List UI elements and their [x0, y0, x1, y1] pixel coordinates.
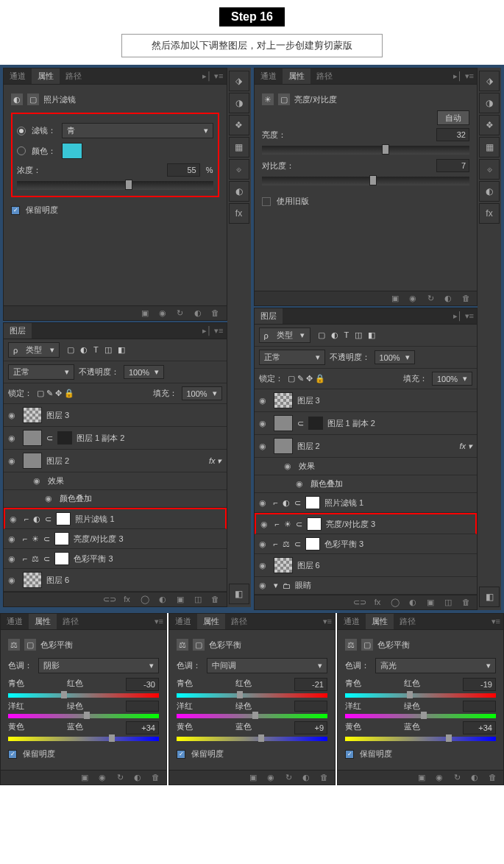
brightness-input[interactable]: 32	[436, 128, 469, 141]
fx-indicator[interactable]: fx ▾	[459, 442, 472, 451]
layer-name[interactable]: 照片滤镜 1	[75, 514, 114, 525]
preserve-checkbox[interactable]: ✓	[11, 206, 20, 215]
red-value[interactable]: -30	[126, 678, 159, 691]
lock-icons[interactable]: ▢ ✎ ✥ 🔒	[288, 374, 325, 383]
red-value[interactable]: -21	[294, 678, 327, 691]
highlighted-layer[interactable]: ◉⌐☀⊂亮度/对比度 3	[255, 513, 478, 534]
clip-icon[interactable]: ▣	[246, 773, 260, 782]
tab-properties[interactable]: 属性	[283, 68, 310, 84]
eye-icon[interactable]: ◉	[96, 773, 109, 782]
mask-icon[interactable]: ◯	[388, 598, 402, 607]
panel-menu-icon[interactable]: ▸│ ▾≡	[199, 326, 226, 336]
adj-icon[interactable]: ◐	[156, 595, 169, 604]
tab-properties[interactable]: 属性	[366, 614, 394, 629]
panel-menu-icon[interactable]: ▸│ ▾≡	[450, 311, 477, 321]
layer-name[interactable]: 图层 6	[297, 560, 320, 571]
trash-icon[interactable]: 🗑	[209, 308, 222, 318]
tab-layers[interactable]: 图层	[4, 323, 32, 339]
trash-icon[interactable]: 🗑	[459, 294, 472, 303]
layer-name[interactable]: 图层 2	[297, 441, 320, 452]
eye-icon[interactable]: ◉	[156, 308, 169, 318]
tone-select[interactable]: 阴影▾	[38, 658, 159, 673]
tone-select[interactable]: 中间调▾	[207, 658, 327, 673]
contrast-input[interactable]: 7	[436, 159, 469, 172]
group-icon[interactable]: ▣	[174, 595, 187, 604]
fx-indicator[interactable]: fx ▾	[209, 456, 222, 466]
blue-value[interactable]: +34	[126, 721, 159, 734]
tab-channel[interactable]: 通道	[255, 68, 283, 84]
eye-icon[interactable]: ◉	[260, 520, 271, 529]
tab-layers[interactable]: 图层	[255, 308, 283, 324]
mask-icon[interactable]: ▢	[27, 93, 39, 105]
tab-channel[interactable]: 通道	[338, 614, 366, 629]
mask-icon[interactable]: ▢	[193, 639, 205, 651]
layer-name[interactable]: 图层 6	[46, 575, 69, 586]
view-icon[interactable]: ◐	[468, 773, 481, 782]
layer-mask[interactable]	[56, 512, 71, 525]
group-arrow[interactable]: ▾	[274, 581, 278, 590]
highlighted-layer[interactable]: ◉⌐◐⊂照片滤镜 1	[4, 508, 227, 529]
new-icon[interactable]: ◫	[441, 598, 455, 607]
tool-icon[interactable]: fx	[229, 203, 249, 224]
tab-path[interactable]: 路径	[394, 614, 422, 629]
group-icon[interactable]: ▣	[424, 598, 437, 607]
eye-icon[interactable]: ◉	[8, 576, 18, 585]
filter-select[interactable]: 青▾	[62, 123, 213, 138]
cr-slider[interactable]	[345, 693, 496, 698]
blue-value[interactable]: +9	[294, 721, 327, 734]
fx-icon[interactable]: fx	[371, 598, 384, 607]
tool-icon[interactable]: ◧	[229, 584, 249, 604]
density-input[interactable]: 55	[167, 163, 200, 177]
layer-name[interactable]: 图层 1 副本 2	[327, 418, 375, 429]
tool-icon[interactable]: ❖	[479, 115, 500, 135]
contrast-slider[interactable]	[262, 177, 470, 185]
eye-icon[interactable]: ◉	[259, 498, 269, 508]
mg-slider[interactable]	[345, 714, 496, 718]
tool-icon[interactable]: ◐	[229, 181, 249, 202]
eye-icon[interactable]: ◉	[8, 433, 18, 443]
layer-mask[interactable]	[54, 532, 69, 545]
layer-mask[interactable]	[307, 517, 322, 531]
preserve-checkbox[interactable]: ✓	[345, 750, 354, 759]
clip-icon[interactable]: ▣	[415, 773, 428, 782]
tool-icon[interactable]: ◐	[479, 181, 500, 202]
view-icon[interactable]: ◐	[191, 308, 205, 318]
view-icon[interactable]: ◐	[299, 773, 313, 782]
filter-icons[interactable]: ▢◐T◫◧	[64, 345, 125, 355]
view-icon[interactable]: ◐	[441, 294, 455, 303]
layer-kind-select[interactable]: ρ 类型▾	[259, 327, 310, 343]
panel-menu-icon[interactable]: ▾≡	[489, 617, 503, 626]
panel-menu-icon[interactable]: ▾≡	[320, 617, 335, 626]
reset-icon[interactable]: ↻	[282, 773, 295, 782]
tab-channel[interactable]: 通道	[169, 614, 197, 629]
eye-icon[interactable]: ◉	[433, 773, 446, 782]
green-value[interactable]	[463, 701, 496, 712]
layer-thumb[interactable]	[23, 407, 42, 423]
yb-slider[interactable]	[345, 737, 496, 741]
eye-icon[interactable]: ◉	[284, 461, 294, 471]
layer-name[interactable]: 图层 1 副本 2	[77, 433, 124, 444]
panel-menu-icon[interactable]: ▸│ ▾≡	[450, 71, 477, 81]
color-swatch[interactable]	[62, 143, 82, 159]
eye-icon[interactable]: ◉	[259, 561, 269, 570]
layer-name[interactable]: 照片滤镜 1	[324, 497, 363, 509]
layer-thumb[interactable]	[274, 392, 293, 408]
eye-icon[interactable]: ◉	[259, 539, 269, 549]
layer-mask[interactable]	[305, 496, 320, 509]
density-slider[interactable]	[17, 181, 213, 190]
tool-icon[interactable]: ▦	[229, 137, 249, 157]
layer-name[interactable]: 亮度/对比度 3	[326, 519, 375, 530]
tool-icon[interactable]: ❖	[229, 115, 249, 135]
eye-icon[interactable]: ◉	[8, 534, 18, 544]
reset-icon[interactable]: ↻	[113, 773, 127, 782]
eye-icon[interactable]: ◉	[10, 514, 20, 524]
tool-icon[interactable]: fx	[479, 203, 500, 224]
layer-thumb[interactable]	[274, 415, 293, 431]
green-value[interactable]	[294, 701, 327, 712]
reset-icon[interactable]: ↻	[174, 308, 187, 318]
tool-icon[interactable]: ⟐	[229, 159, 249, 180]
tool-icon[interactable]: ◧	[479, 587, 500, 607]
filter-icons[interactable]: ▢◐T◫◧	[315, 330, 376, 340]
trash-icon[interactable]: 🗑	[317, 773, 330, 782]
trash-icon[interactable]: 🗑	[149, 773, 162, 782]
